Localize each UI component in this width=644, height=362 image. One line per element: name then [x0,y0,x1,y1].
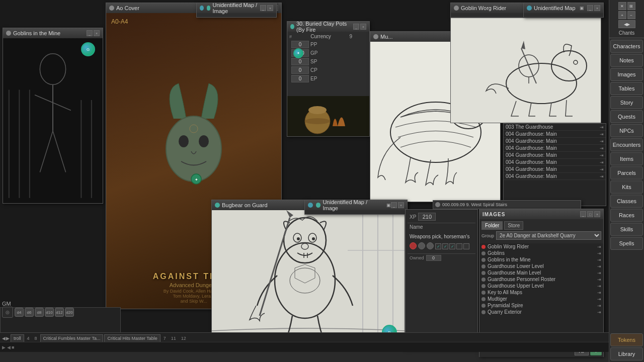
window-title-map1[interactable]: Unidentified Map / Image _ × [197,3,276,13]
close-images[interactable]: × [594,211,600,217]
image-list-item-9[interactable]: Mudtiger ⇥ [479,296,603,302]
list-row-2[interactable]: 004 Guardhouse: Main ⇥ [504,131,606,138]
hitbox-1[interactable]: ✓ [435,243,441,249]
currency-input-cp[interactable] [291,66,309,74]
ruler-right[interactable]: ▶ [6,336,10,341]
currency-input-sp[interactable] [291,58,309,65]
weapons-label: Weapons pick, horseman's [410,234,470,239]
minimize-images[interactable]: _ [580,211,586,217]
list-row-7[interactable]: 004 Guardhouse: Main ⇥ [504,166,606,173]
svg-rect-33 [212,210,405,347]
sidebar-icon-back[interactable]: ◀▶ [618,20,635,28]
store-tab[interactable]: Store [504,221,523,230]
quests-btn[interactable]: Quests [610,110,643,123]
encounters-btn[interactable]: Encounters [610,138,643,151]
image-list-item-3[interactable]: Goblins in the Mine ⇥ [479,256,603,263]
dice-d6[interactable]: d6 [25,308,34,317]
image-list-item-2[interactable]: Goblins ⇥ [479,250,603,256]
currency-input-pp[interactable] [291,41,309,48]
spells-btn[interactable]: Spells [610,237,643,250]
condition-gray-1[interactable] [418,242,425,249]
owned-input[interactable] [426,255,441,261]
portrait-circle[interactable]: ◎ [2,307,13,318]
condition-gray-2[interactable] [427,242,434,249]
list-row-4[interactable]: 004 Guardhouse: Main ⇥ [504,145,606,152]
skills-btn[interactable]: Skills [610,223,643,236]
folder-tab[interactable]: Folder [481,221,503,230]
list-row-3[interactable]: 004 Guardhouse: Main ⇥ [504,138,606,145]
window-title-map2[interactable]: Unidentified Map ▣ _ × [524,3,603,13]
image-list-item-6[interactable]: Guardhouse Personnel Roster ⇥ [479,276,603,283]
close-map1[interactable]: × [267,5,273,11]
sidebar-icon-expand[interactable]: ⊞ [627,2,635,10]
image-dot-2 [481,251,486,255]
token-goblins[interactable]: G [81,42,95,56]
dice-d10[interactable]: d10 [45,308,54,317]
close-goblins[interactable]: × [94,30,100,36]
images-btn[interactable]: Images [610,68,643,81]
hitbox-2[interactable]: ✓ [442,243,448,249]
tab-critical-hits[interactable]: Critical Hits Master Table [104,334,160,342]
window-title-map3[interactable]: Unidentified Map / Image ▣ _ × [305,200,407,210]
list-row-8[interactable]: 004 Guardhouse: Main ⇥ [504,173,606,180]
classes-btn[interactable]: Classes [610,195,643,208]
dice-d4[interactable]: d4 [15,308,24,317]
minimize-map3[interactable]: _ [391,202,397,208]
currency-input-ep[interactable] [291,75,309,82]
window-dot-pots [290,24,294,29]
image-list-item-4[interactable]: Guardhouse Lower Level ⇥ [479,263,603,269]
image-label-11: Quarry Exterior [488,309,522,315]
tab-troll[interactable]: troll [11,334,24,342]
image-list-item-11[interactable]: Quarry Exterior ⇥ [479,309,603,315]
list-row-6[interactable]: 004 Guardhouse: Main ⇥ [504,159,606,166]
characters-btn[interactable]: Characters [610,40,643,53]
minimize-goblins[interactable]: _ [87,30,93,36]
list-label-8: 004 Guardhouse: Main [506,173,557,179]
monster-block-content: XP 210 Name Weapons pick, horseman's ✓ ✓… [406,210,477,349]
dice-d20[interactable]: d20 [65,308,74,317]
hitbox-3[interactable]: ✓ [449,243,455,249]
minimize-pots[interactable]: _ [353,24,359,30]
npcs-btn[interactable]: NPCs [610,124,643,137]
condition-red-1[interactable] [410,242,417,249]
kits-btn[interactable]: Kits [610,180,643,194]
image-dot-8 [481,291,486,295]
list-row-5[interactable]: 004 Guardhouse: Main ⇥ [504,152,606,159]
image-list-item-5[interactable]: Guardhouse Main Level ⇥ [479,269,603,276]
dice-d8[interactable]: d8 [35,308,44,317]
group-select[interactable]: 2e A0 Danger at Darkshelf Quarry [496,231,601,240]
hitbox-4[interactable] [456,243,462,249]
token-currency-gp[interactable]: ✦ [293,48,303,58]
maximize-images[interactable]: □ [587,211,593,217]
tab-critical-fumbles[interactable]: Critical Fumbles Master Ta... [40,334,104,342]
parcels-btn[interactable]: Parcels [610,166,643,179]
image-list-item-8[interactable]: Key to All Maps ⇥ [479,289,603,296]
minimize-map1[interactable]: _ [260,5,266,11]
items-btn[interactable]: Items [610,152,643,165]
window-title-goblins[interactable]: Goblins in the Mine _ × [3,28,103,38]
close-map2[interactable]: × [594,5,600,11]
sidebar-icon-plus[interactable]: + [618,11,626,19]
close-map3[interactable]: × [398,202,404,208]
tokens-btn[interactable]: Tokens [610,333,643,346]
races-btn[interactable]: Races [610,209,643,222]
window-title-pots[interactable]: 30. Buried Clay Pots (By Fire _ × [287,22,369,32]
image-list-item-7[interactable]: Guardhouse Upper Level ⇥ [479,283,603,289]
image-list-item-10[interactable]: Pyramidal Spire ⇥ [479,302,603,309]
tables-btn[interactable]: Tables [610,82,643,95]
image-list-item-1[interactable]: Goblin Worg Rider ⇥ [479,243,603,250]
sidebar-icon-minus[interactable]: − [627,11,635,19]
close-pots[interactable]: × [360,24,366,30]
dice-d12[interactable]: d12 [55,308,64,317]
window-title-images[interactable]: IMAGES _ □ × [479,209,603,219]
library-btn[interactable]: Library [610,347,643,360]
list-row-1[interactable]: 003 The Guardhouse ⇥ [504,124,606,131]
notes-btn[interactable]: Notes [610,54,643,67]
hitbox-5[interactable] [463,243,469,249]
minimize-map2[interactable]: _ [587,5,593,11]
sidebar-icon-x[interactable]: ✕ [618,2,626,10]
svg-point-13 [199,135,209,147]
ruler-left[interactable]: ◀ [2,336,6,341]
pots-art-svg [287,96,369,136]
story-btn[interactable]: Story [610,96,643,109]
